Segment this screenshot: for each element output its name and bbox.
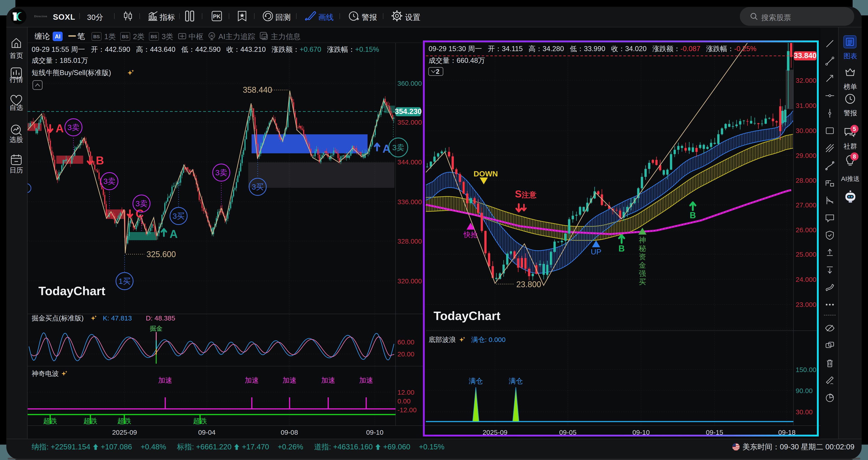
svg-text:加速: 加速 [283, 376, 297, 384]
svg-text:D: 48.385: D: 48.385 [146, 314, 175, 322]
svg-text:资: 资 [639, 253, 646, 261]
svg-text:3卖: 3卖 [135, 199, 148, 208]
svg-text:3买: 3买 [252, 182, 264, 191]
svg-text:3卖: 3卖 [68, 123, 80, 132]
svg-text:60.00: 60.00 [397, 338, 414, 346]
svg-text:神奇电波: 神奇电波 [32, 370, 59, 377]
svg-text:320.000: 320.000 [397, 277, 422, 285]
svg-text:09-10: 09-10 [366, 429, 383, 436]
svg-text:B: B [690, 210, 696, 220]
svg-text:28.000: 28.000 [796, 177, 816, 184]
svg-text:短线牛熊Buy/Sell(标准版): 短线牛熊Buy/Sell(标准版) [32, 69, 111, 77]
svg-text:秘: 秘 [639, 244, 646, 252]
svg-text:底部波浪: 底部波浪 [429, 336, 456, 343]
svg-text:358.440: 358.440 [243, 85, 272, 94]
svg-text:A: A [56, 122, 64, 135]
svg-text:快抢: 快抢 [463, 231, 477, 238]
svg-text:344.000: 344.000 [397, 158, 422, 166]
svg-text:超跌: 超跌 [43, 417, 57, 425]
svg-text:23.000: 23.000 [796, 301, 816, 308]
svg-text:AI: AI [210, 34, 213, 37]
svg-text:DOWN: DOWN [473, 169, 498, 178]
svg-text:31.000: 31.000 [796, 102, 816, 109]
svg-text:加速: 加速 [359, 376, 373, 384]
svg-text:UP: UP [591, 248, 601, 256]
svg-text:12.00: 12.00 [397, 389, 414, 396]
svg-text:09-29 15:30 周一 开：34.115 高：: 09-29 15:30 周一 开：34.115 高：34.280 低：33.99… [429, 45, 756, 53]
svg-text:27.000: 27.000 [796, 201, 816, 209]
svg-text:3买: 3买 [173, 212, 185, 220]
svg-text:超跌: 超跌 [84, 417, 97, 425]
svg-text:2025-09: 2025-09 [112, 429, 137, 436]
svg-text:金: 金 [639, 261, 646, 269]
svg-text:成交量：185.01万: 成交量：185.01万 [32, 57, 88, 64]
svg-text:354.230: 354.230 [395, 107, 422, 116]
svg-text:325.600: 325.600 [147, 250, 176, 259]
svg-text:加速: 加速 [158, 376, 172, 384]
svg-text:S注意: S注意 [515, 189, 537, 199]
svg-text:B: B [96, 154, 104, 167]
svg-text:3卖: 3卖 [103, 177, 116, 185]
svg-text:26.000: 26.000 [796, 226, 816, 234]
svg-text:强: 强 [639, 269, 646, 278]
svg-text:加速: 加速 [321, 376, 335, 384]
svg-text:150.00: 150.00 [796, 366, 816, 373]
svg-text:25.000: 25.000 [796, 251, 816, 258]
svg-text:3卖: 3卖 [393, 143, 404, 152]
svg-text:满仓: 满仓 [509, 377, 523, 385]
svg-text:32.000: 32.000 [796, 77, 816, 84]
svg-text:TodayChart: TodayChart [38, 284, 105, 298]
svg-text:超跌: 超跌 [117, 417, 131, 425]
svg-text:328.000: 328.000 [397, 237, 422, 245]
svg-text:0.00: 0.00 [397, 397, 410, 405]
svg-text:33.840: 33.840 [794, 51, 817, 60]
svg-text:B: B [618, 244, 625, 253]
svg-text:TodayChart: TodayChart [434, 309, 500, 322]
svg-text:30.00: 30.00 [796, 408, 813, 416]
svg-text:买: 买 [639, 278, 646, 286]
svg-text:352.000: 352.000 [397, 118, 422, 126]
svg-text:09-04: 09-04 [198, 429, 216, 436]
svg-text:336.000: 336.000 [397, 198, 422, 206]
svg-text:2: 2 [436, 68, 439, 75]
svg-text:90.00: 90.00 [796, 387, 813, 395]
svg-text:29.000: 29.000 [796, 152, 816, 159]
svg-text:C: C [135, 207, 144, 220]
svg-text:PK: PK [213, 13, 221, 20]
svg-text:30.000: 30.000 [796, 127, 816, 134]
svg-text:满仓: 满仓 [469, 377, 483, 385]
svg-text:超跌: 超跌 [193, 417, 207, 425]
svg-text:成交量：660.48万: 成交量：660.48万 [429, 57, 485, 64]
svg-text:加速: 加速 [245, 376, 259, 384]
svg-text:24.000: 24.000 [796, 276, 816, 283]
svg-text:掘金买点(标准版): 掘金买点(标准版) [32, 314, 84, 322]
svg-text:23.800: 23.800 [516, 280, 541, 289]
svg-text:09-29 15:55 周一 开：442.590 高: 09-29 15:55 周一 开：442.590 高：443.640 低：442… [32, 46, 379, 53]
svg-text:神: 神 [639, 236, 646, 244]
svg-text:K: 47.813: K: 47.813 [103, 314, 132, 322]
svg-text:1买: 1买 [119, 277, 131, 285]
svg-text:掘金: 掘金 [150, 325, 162, 332]
svg-text:3卖: 3卖 [215, 168, 227, 177]
svg-text:满仓: 0.000: 满仓: 0.000 [471, 336, 506, 343]
svg-text:20.00: 20.00 [397, 350, 414, 358]
svg-text:09-08: 09-08 [281, 429, 298, 436]
svg-text:-12.00: -12.00 [397, 406, 416, 414]
svg-text:A: A [169, 228, 178, 240]
svg-text:360.000: 360.000 [397, 80, 422, 87]
